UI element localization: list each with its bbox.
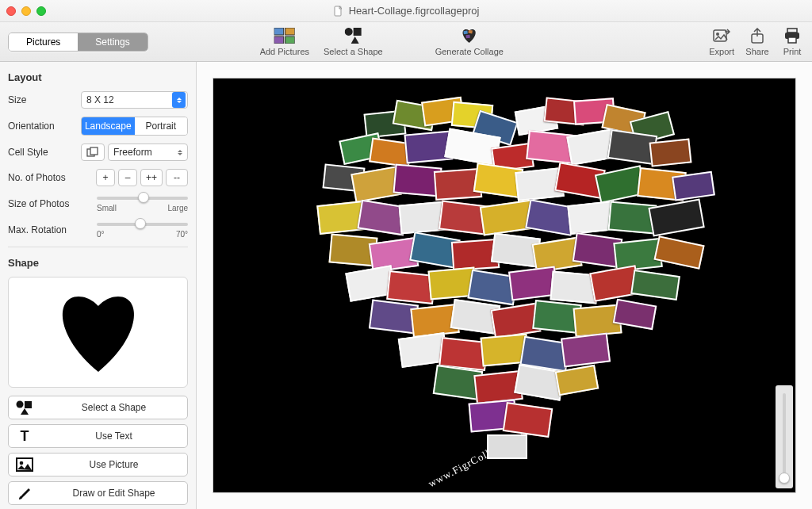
collage-tile <box>672 171 715 201</box>
canvas-area: www.FigrCollage.com <box>197 62 812 509</box>
zoom-slider[interactable] <box>776 385 793 488</box>
slider-min-label: 0° <box>97 230 105 239</box>
chevron-updown-icon <box>178 150 182 155</box>
overlap-rects-icon <box>86 147 99 158</box>
tab-pictures[interactable]: Pictures <box>9 33 78 51</box>
use-picture-label: Use Picture <box>40 459 187 470</box>
size-of-photos-slider[interactable]: Small Large <box>97 194 188 212</box>
slider-max-label: Large <box>167 204 188 212</box>
chevron-updown-icon <box>172 92 186 108</box>
draw-edit-label: Draw or Edit Shape <box>40 488 187 499</box>
orientation-segment[interactable]: Landscape Portrait <box>81 117 188 136</box>
brush-icon <box>9 486 40 500</box>
generate-label: Generate Collage <box>435 47 504 56</box>
use-text-button[interactable]: T Use Text <box>8 424 188 448</box>
select-a-shape-button[interactable]: Select a Shape <box>8 396 188 419</box>
maximize-icon[interactable] <box>36 6 46 16</box>
document-icon <box>333 6 344 17</box>
collage-tile <box>503 402 553 437</box>
cell-style-value: Freeform <box>113 147 152 158</box>
svg-point-10 <box>716 33 719 36</box>
use-text-label: Use Text <box>40 431 187 442</box>
svg-rect-16 <box>90 147 98 155</box>
share-icon <box>745 27 769 44</box>
size-value: 8 X 12 <box>86 94 114 105</box>
heart-icon <box>39 289 158 376</box>
shape-heading: Shape <box>8 257 188 269</box>
shape-preview <box>8 277 188 388</box>
svg-rect-14 <box>788 37 796 43</box>
orientation-label: Orientation <box>8 121 81 132</box>
shapes-icon <box>341 27 365 44</box>
size-label: Size <box>8 94 81 105</box>
svg-rect-6 <box>464 31 469 35</box>
settings-sidebar: Layout Size 8 X 12 Orientation Landscape… <box>0 62 197 509</box>
svg-rect-0 <box>335 6 341 16</box>
pictures-grid-icon <box>273 27 297 44</box>
picture-icon <box>9 457 40 472</box>
text-icon: T <box>9 429 40 443</box>
collage-canvas[interactable]: www.FigrCollage.com <box>213 78 796 493</box>
svg-rect-12 <box>787 29 797 33</box>
print-label: Print <box>783 47 802 56</box>
orientation-portrait[interactable]: Portrait <box>135 117 188 135</box>
svg-point-17 <box>17 401 24 408</box>
max-rotation-slider[interactable]: 0° 70° <box>97 220 188 239</box>
svg-rect-2 <box>285 28 295 35</box>
svg-rect-5 <box>353 28 361 36</box>
svg-text:T: T <box>21 429 29 443</box>
add-pictures-label: Add Pictures <box>260 47 309 56</box>
svg-rect-4 <box>285 36 295 44</box>
size-select[interactable]: 8 X 12 <box>81 91 188 109</box>
cell-style-icon-button[interactable] <box>81 144 105 161</box>
collage-tile <box>555 365 599 396</box>
select-shape-button[interactable]: Select a Shape <box>324 27 383 56</box>
collage-tile <box>561 332 611 366</box>
svg-rect-1 <box>274 28 284 35</box>
shapes-icon <box>9 400 40 415</box>
svg-rect-3 <box>274 36 284 44</box>
orientation-landscape[interactable]: Landscape <box>82 117 135 135</box>
num-photos-label: No. of Photos <box>8 172 96 183</box>
print-button[interactable]: Print <box>780 27 804 56</box>
cell-style-select[interactable]: Freeform <box>108 144 188 161</box>
export-button[interactable]: Export <box>709 27 734 56</box>
use-picture-button[interactable]: Use Picture <box>8 453 188 476</box>
close-icon[interactable] <box>6 6 16 16</box>
print-icon <box>780 27 804 44</box>
add-pictures-button[interactable]: Add Pictures <box>260 27 309 56</box>
generate-collage-button[interactable]: Generate Collage <box>435 27 504 56</box>
tab-settings[interactable]: Settings <box>78 33 147 51</box>
share-label: Share <box>745 47 768 56</box>
zoom-knob[interactable] <box>779 473 790 484</box>
size-photos-label: Size of Photos <box>8 198 97 209</box>
mode-segment[interactable]: Pictures Settings <box>8 33 148 52</box>
slider-min-label: Small <box>97 204 117 212</box>
draw-edit-shape-button[interactable]: Draw or Edit Shape <box>8 481 188 505</box>
share-button[interactable]: Share <box>745 27 769 56</box>
toolbar: Pictures Settings Add Pictures Select a … <box>0 22 812 62</box>
decrement-large-button[interactable]: -- <box>166 169 188 186</box>
select-shape-label: Select a Shape <box>324 47 383 56</box>
select-shape-label: Select a Shape <box>40 402 187 413</box>
svg-rect-7 <box>468 30 473 34</box>
increment-large-button[interactable]: ++ <box>140 169 163 186</box>
svg-point-21 <box>20 461 24 465</box>
window-controls <box>6 6 46 16</box>
minimize-icon[interactable] <box>21 6 31 16</box>
decrement-button[interactable]: – <box>118 169 137 186</box>
collage-tile <box>648 198 704 235</box>
layout-heading: Layout <box>8 71 188 83</box>
export-label: Export <box>709 47 734 56</box>
increment-button[interactable]: + <box>96 169 115 186</box>
collage-tile <box>649 139 691 168</box>
slider-max-label: 70° <box>176 230 188 239</box>
window-title: Heart-Collage.figrcollageproj <box>0 5 812 17</box>
collage-tile <box>487 434 527 459</box>
svg-rect-8 <box>466 35 470 39</box>
svg-rect-18 <box>25 401 32 408</box>
titlebar: Heart-Collage.figrcollageproj <box>0 0 812 22</box>
export-icon <box>710 27 733 44</box>
rotation-label: Max. Rotation <box>8 224 97 235</box>
cell-style-label: Cell Style <box>8 147 81 158</box>
